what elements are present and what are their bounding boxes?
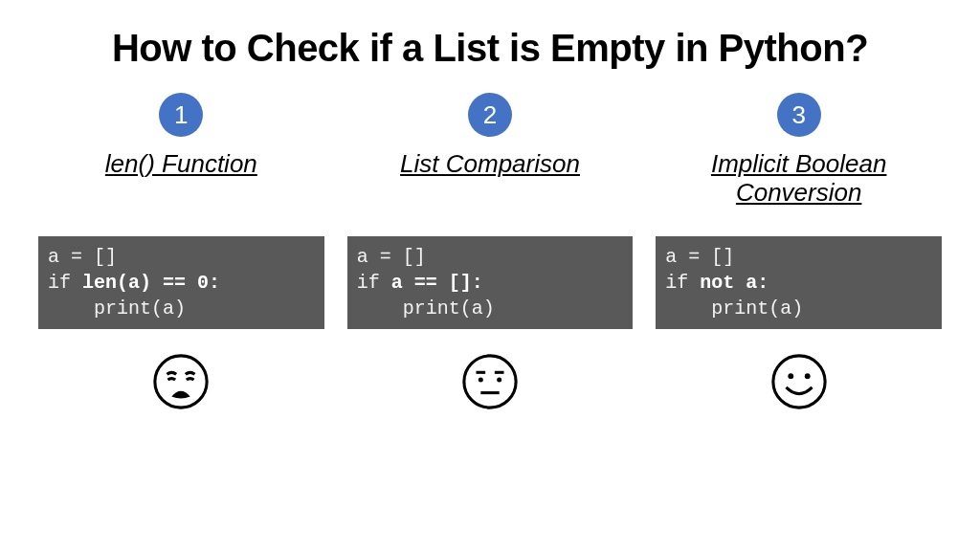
number-badge-2: 2 bbox=[468, 93, 512, 137]
code-2-line1: a = [] bbox=[357, 246, 426, 268]
code-2-line2-prefix: if bbox=[357, 272, 391, 294]
number-badge-1-text: 1 bbox=[174, 100, 188, 130]
neutral-face-icon bbox=[460, 352, 520, 411]
number-badge-3-text: 3 bbox=[791, 100, 805, 130]
smiling-face-icon bbox=[769, 352, 829, 411]
column-3-heading: Implicit Boolean Conversion bbox=[656, 150, 942, 213]
number-badge-3: 3 bbox=[777, 93, 821, 137]
slide-title: How to Check if a List is Empty in Pytho… bbox=[38, 27, 942, 70]
code-3-line2-bold: not a: bbox=[700, 272, 768, 294]
number-badge-1: 1 bbox=[159, 93, 203, 137]
column-1: 1 len() Function a = [] if len(a) == 0: … bbox=[38, 93, 324, 411]
svg-point-0 bbox=[155, 356, 207, 408]
code-block-1: a = [] if len(a) == 0: print(a) bbox=[38, 236, 324, 329]
svg-point-7 bbox=[773, 356, 825, 408]
code-block-3: a = [] if not a: print(a) bbox=[656, 236, 942, 329]
svg-point-1 bbox=[464, 356, 516, 408]
slide: How to Check if a List is Empty in Pytho… bbox=[0, 0, 980, 551]
number-badge-2-text: 2 bbox=[483, 100, 497, 130]
columns-row: 1 len() Function a = [] if len(a) == 0: … bbox=[38, 93, 942, 411]
column-1-heading: len() Function bbox=[105, 150, 257, 213]
svg-point-5 bbox=[497, 378, 501, 383]
svg-point-9 bbox=[804, 373, 810, 379]
weary-face-icon bbox=[151, 352, 211, 411]
code-1-line3: print(a) bbox=[48, 298, 186, 320]
column-3: 3 Implicit Boolean Conversion a = [] if … bbox=[656, 93, 942, 411]
code-3-line1: a = [] bbox=[665, 246, 734, 268]
code-3-line2-prefix: if bbox=[665, 272, 700, 294]
code-block-2: a = [] if a == []: print(a) bbox=[347, 236, 634, 329]
code-3-line3: print(a) bbox=[665, 298, 803, 320]
svg-point-8 bbox=[788, 373, 793, 379]
svg-point-4 bbox=[479, 378, 483, 383]
column-2: 2 List Comparison a = [] if a == []: pri… bbox=[347, 93, 634, 411]
code-1-line2-bold: len(a) == 0: bbox=[82, 272, 220, 294]
code-2-line2-bold: a == []: bbox=[391, 272, 483, 294]
code-1-line2-prefix: if bbox=[48, 272, 82, 294]
column-2-heading: List Comparison bbox=[400, 150, 580, 213]
code-2-line3: print(a) bbox=[357, 298, 495, 320]
code-1-line1: a = [] bbox=[48, 246, 117, 268]
